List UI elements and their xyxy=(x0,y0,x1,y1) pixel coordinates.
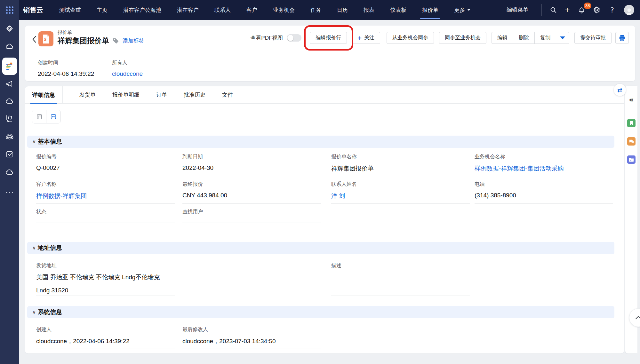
record-detail-card: 详细信息 发货单 报价单明细 订单 批准历史 文件 ∨ 基本信息 报价编号 Q-… xyxy=(25,86,624,353)
field-opportunity-name: 业务机会名称 样例数据-祥辉集团-集团活动采购 xyxy=(475,154,613,173)
section-header-address-info[interactable]: ∨ 地址信息 xyxy=(27,242,614,254)
settings-icon[interactable] xyxy=(5,25,14,33)
add-tag-link[interactable]: 添加标签 xyxy=(123,37,144,44)
tab-bar: 详细信息 发货单 报价单明细 订单 批准历史 文件 xyxy=(25,86,624,104)
contact-link[interactable]: 洋 刘 xyxy=(331,193,345,199)
more-actions-dropdown-button[interactable] xyxy=(556,32,569,44)
sidebar-more-icon[interactable] xyxy=(0,192,19,193)
owner-link[interactable]: cloudccone xyxy=(112,70,143,77)
field-phone: 电话 (314) 385-8900 xyxy=(475,181,613,199)
printer-icon xyxy=(619,35,626,42)
opportunity-link[interactable]: 样例数据-祥辉集团-集团活动采购 xyxy=(475,165,564,172)
field-quote-number: 报价编号 Q-00027 xyxy=(36,154,175,171)
swap-panel-button[interactable]: ⇄ xyxy=(614,84,626,96)
field-created-by: 创建人 cloudccone，2022-04-06 14:39:22 xyxy=(36,326,175,345)
swap-arrows-icon: ⇄ xyxy=(617,86,622,93)
field-lookup-user: 查找用户 xyxy=(182,209,321,215)
clone-button[interactable]: 复制 xyxy=(534,32,556,44)
edit-button[interactable]: 编辑 xyxy=(492,32,513,44)
column-layout-view-button[interactable] xyxy=(32,110,46,123)
chevron-down-icon xyxy=(560,36,565,39)
nav-item-dashboards[interactable]: 仪表板 xyxy=(390,6,406,14)
nav-item-accounts[interactable]: 客户 xyxy=(246,6,257,14)
pdf-view-label: 查看PDF视图 xyxy=(250,34,283,42)
field-account-name: 客户名称 样例数据-祥辉集团 xyxy=(36,181,175,200)
account-link[interactable]: 样例数据-祥辉集团 xyxy=(36,193,87,199)
field-last-modified-by: 最后修改人 cloudccone，2023-07-03 14:34:50 xyxy=(182,326,321,345)
edit-quote-lines-button[interactable]: 编辑报价行 xyxy=(310,32,347,44)
layout-view-switch xyxy=(32,110,61,123)
search-icon[interactable] xyxy=(548,0,559,20)
nav-item-leads[interactable]: 潜在客户 xyxy=(177,6,199,14)
left-sidebar xyxy=(0,20,19,364)
cloud-icon[interactable] xyxy=(5,97,14,105)
chat-panel-icon[interactable] xyxy=(627,137,636,146)
submit-for-approval-button[interactable]: 提交待审批 xyxy=(574,32,612,44)
files-panel-icon[interactable] xyxy=(627,155,636,164)
service-headset-icon[interactable] xyxy=(5,132,14,141)
cloud-icon[interactable] xyxy=(5,168,14,176)
plus-icon[interactable]: + xyxy=(562,0,573,20)
help-icon[interactable]: ? xyxy=(607,0,618,20)
chevron-down-icon xyxy=(467,9,470,11)
nav-item-opportunities[interactable]: 业务机会 xyxy=(273,6,295,14)
print-button[interactable] xyxy=(615,32,629,44)
field-final-quote: 最终报价 CNY 443,984.00 xyxy=(182,181,321,199)
nav-item-calendar[interactable]: 日历 xyxy=(337,6,348,14)
nav-divider xyxy=(541,4,542,16)
pdf-view-toggle[interactable] xyxy=(287,34,301,42)
owner-field: 所有人 cloudccone xyxy=(112,59,143,77)
nav-item-tasks[interactable]: 任务 xyxy=(310,6,321,14)
chevron-up-icon xyxy=(635,316,640,320)
record-action-group: 编辑 删除 复制 xyxy=(492,32,569,44)
nav-item-dedup-check[interactable]: 测试查重 xyxy=(59,6,81,14)
chevron-down-icon: ∨ xyxy=(32,139,36,145)
field-expiry-date: 到期日期 2022-04-30 xyxy=(182,154,321,171)
page-title: 祥辉集团报价单 xyxy=(58,36,109,46)
tab-quote-lines[interactable]: 报价单明细 xyxy=(112,91,140,99)
svg-text:$: $ xyxy=(44,37,46,42)
record-header-card: $ 报价单 祥辉集团报价单 添加标签 查看PDF视图 编辑报价行 + 关注 从业… xyxy=(25,26,635,81)
sync-from-opportunity-button[interactable]: 从业务机会同步 xyxy=(387,32,434,44)
created-time-field: 创建时间 2022-04-06 14:39:22 xyxy=(38,59,94,77)
field-description: 描述 xyxy=(331,262,470,269)
section-header-basic-info[interactable]: ∨ 基本信息 xyxy=(27,136,614,148)
campaigns-megaphone-icon[interactable] xyxy=(5,80,14,88)
collapse-panel-icon[interactable]: « xyxy=(625,95,637,104)
chevron-down-icon: ∨ xyxy=(32,245,36,251)
notification-badge: 38 xyxy=(584,3,591,9)
top-navbar: 销售云 测试查重 主页 潜在客户公海池 潜在客户 联系人 客户 业务机会 任务 … xyxy=(0,0,640,20)
cloud-icon[interactable] xyxy=(5,42,14,51)
back-chevron-icon[interactable] xyxy=(30,35,38,44)
record-actions: 查看PDF视图 编辑报价行 + 关注 从业务机会同步 同步至业务机会 编辑 删除… xyxy=(250,32,629,44)
nav-item-contacts[interactable]: 联系人 xyxy=(214,6,231,14)
full-width-icon xyxy=(50,114,57,120)
follow-button[interactable]: + 关注 xyxy=(352,32,380,44)
full-width-view-button[interactable] xyxy=(46,110,60,123)
edit-menu-button[interactable]: 编辑菜单 xyxy=(507,0,528,20)
tag-icon xyxy=(112,37,119,44)
field-status: 状态 xyxy=(36,209,175,215)
nav-item-quotes-active[interactable]: 报价单 xyxy=(422,6,438,14)
tab-orders[interactable]: 订单 xyxy=(156,91,167,99)
quote-record-icon: $ xyxy=(38,31,53,46)
tab-delivery-notes[interactable]: 发货单 xyxy=(79,91,96,99)
sync-to-opportunity-button[interactable]: 同步至业务机会 xyxy=(439,32,486,44)
tab-approval-history[interactable]: 批准历史 xyxy=(184,91,205,99)
app-title: 销售云 xyxy=(23,0,43,20)
tasks-check-icon[interactable] xyxy=(5,150,14,158)
nav-item-reports[interactable]: 报表 xyxy=(364,6,374,14)
nav-item-more[interactable]: 更多 xyxy=(454,6,470,14)
nav-item-home[interactable]: 主页 xyxy=(97,6,108,14)
logistics-handtruck-icon[interactable] xyxy=(5,115,14,123)
bookmark-panel-icon[interactable] xyxy=(627,119,636,127)
section-header-system-info[interactable]: ∨ 系统信息 xyxy=(27,306,614,318)
sidebar-item-sales-cloud-active[interactable] xyxy=(2,58,17,75)
gear-icon[interactable] xyxy=(591,0,602,20)
tab-files[interactable]: 文件 xyxy=(222,91,233,99)
delete-button[interactable]: 删除 xyxy=(513,32,534,44)
avatar[interactable] xyxy=(624,5,634,15)
nav-item-lead-pool[interactable]: 潜在客户公海池 xyxy=(123,6,161,14)
app-launcher-button[interactable] xyxy=(0,0,19,20)
tab-details-active[interactable]: 详细信息 xyxy=(25,86,63,104)
